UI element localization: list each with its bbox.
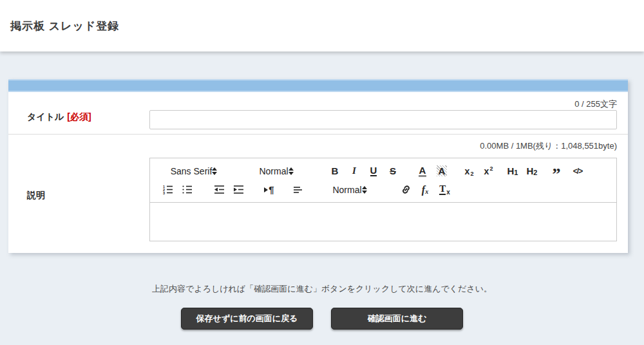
strikethrough-icon: S	[390, 165, 396, 176]
underline-icon: U	[370, 165, 377, 176]
ordered-list-button[interactable]: 123	[158, 182, 177, 198]
italic-icon: I	[352, 165, 356, 176]
title-label: タイトル[必須]	[27, 111, 91, 123]
clean-format-button[interactable]: Tx	[435, 182, 454, 198]
button-row: 保存せずに前の画面に戻る 確認画面に進む	[0, 308, 644, 330]
text-color-button[interactable]: A	[413, 163, 432, 179]
blockquote-icon: ”	[553, 171, 561, 178]
proceed-button[interactable]: 確認画面に進む	[331, 308, 463, 330]
text-color-icon: A	[419, 165, 427, 177]
instruction-text: 上記内容でよろしければ「確認画面に進む」ボタンをクリックして次に進んでください。	[0, 283, 644, 295]
back-button[interactable]: 保存せずに前の画面に戻る	[181, 308, 313, 330]
ordered-list-icon: 123	[162, 183, 174, 196]
editor-toolbar: Sans Serif Normal B I U S	[149, 158, 617, 203]
strikethrough-button[interactable]: S	[383, 163, 402, 179]
heading1-button[interactable]: H1	[503, 163, 522, 179]
outdent-icon	[213, 183, 225, 196]
heading2-button[interactable]: H2	[522, 163, 542, 179]
toolbar-row-1: Sans Serif Normal B I U S	[158, 163, 609, 180]
heading1-icon: 1	[514, 169, 518, 176]
superscript-button[interactable]: x2	[478, 163, 498, 179]
formula-button[interactable]: fx	[415, 182, 435, 198]
link-icon	[400, 183, 412, 196]
bullet-list-button[interactable]	[177, 182, 196, 198]
picker-arrows-icon	[289, 167, 294, 175]
toolbar-row-2: 123	[158, 182, 609, 198]
thread-form-panel: 0 / 255文字 タイトル[必須] 0.00MB / 1MB(残り：1,048…	[8, 79, 628, 253]
italic-button[interactable]: I	[345, 163, 364, 179]
direction-triangle-icon	[264, 187, 268, 192]
page-title: 掲示板 スレッド登録	[10, 19, 119, 33]
svg-text:3: 3	[163, 191, 165, 195]
title-char-counter: 0 / 255文字	[574, 98, 617, 110]
heading-picker-label: Normal	[259, 166, 288, 176]
underline-button[interactable]: U	[364, 163, 383, 179]
indent-icon	[232, 183, 245, 196]
page-header: 掲示板 スレッド登録	[0, 0, 644, 51]
subscript-icon: 2	[470, 171, 473, 177]
background-color-icon: A	[437, 165, 448, 176]
indent-button[interactable]	[229, 182, 248, 198]
align-icon	[292, 183, 304, 196]
blockquote-button[interactable]: ”	[547, 163, 566, 179]
description-row: 0.00MB / 1MB(残り：1,048,551byte) 説明 Sans S…	[8, 135, 628, 252]
code-block-button[interactable]: </>	[566, 163, 589, 179]
bold-icon: B	[332, 165, 339, 176]
line-height-picker-label: Normal	[332, 185, 361, 195]
required-badge: [必須]	[67, 111, 91, 122]
editor-content[interactable]	[149, 203, 617, 241]
text-direction-button[interactable]: ¶	[260, 182, 279, 198]
title-input[interactable]	[149, 110, 617, 129]
bullet-list-icon	[181, 183, 193, 196]
superscript-icon: 2	[489, 165, 493, 172]
link-button[interactable]	[396, 182, 415, 198]
heading-picker[interactable]: Normal	[244, 166, 308, 176]
description-label: 説明	[27, 190, 45, 201]
clean-format-icon: x	[446, 189, 450, 196]
align-button[interactable]	[288, 182, 307, 198]
code-block-icon: </>	[573, 167, 582, 176]
title-row: 0 / 255文字 タイトル[必須]	[8, 92, 628, 135]
rich-text-editor: Sans Serif Normal B I U S	[149, 158, 617, 241]
line-height-picker[interactable]: Normal	[317, 185, 382, 195]
heading2-icon: 2	[533, 169, 537, 176]
picker-arrows-icon	[362, 186, 367, 194]
font-family-picker-label: Sans Serif	[171, 166, 213, 176]
title-label-text: タイトル	[27, 111, 64, 122]
bold-button[interactable]: B	[325, 163, 345, 179]
subscript-button[interactable]: x2	[459, 163, 478, 179]
background-color-button[interactable]: A	[432, 163, 451, 179]
screen: 掲示板 スレッド登録 0 / 255文字 タイトル[必須] 0.00MB / 1…	[0, 0, 644, 345]
formula-icon: x	[425, 188, 428, 195]
font-family-picker[interactable]: Sans Serif	[158, 166, 230, 176]
pilcrow-icon: ¶	[269, 184, 274, 195]
picker-arrows-icon	[212, 167, 217, 175]
size-counter: 0.00MB / 1MB(残り：1,048,551byte)	[480, 140, 617, 152]
outdent-button[interactable]	[209, 182, 229, 198]
panel-accent-bar	[8, 79, 628, 92]
